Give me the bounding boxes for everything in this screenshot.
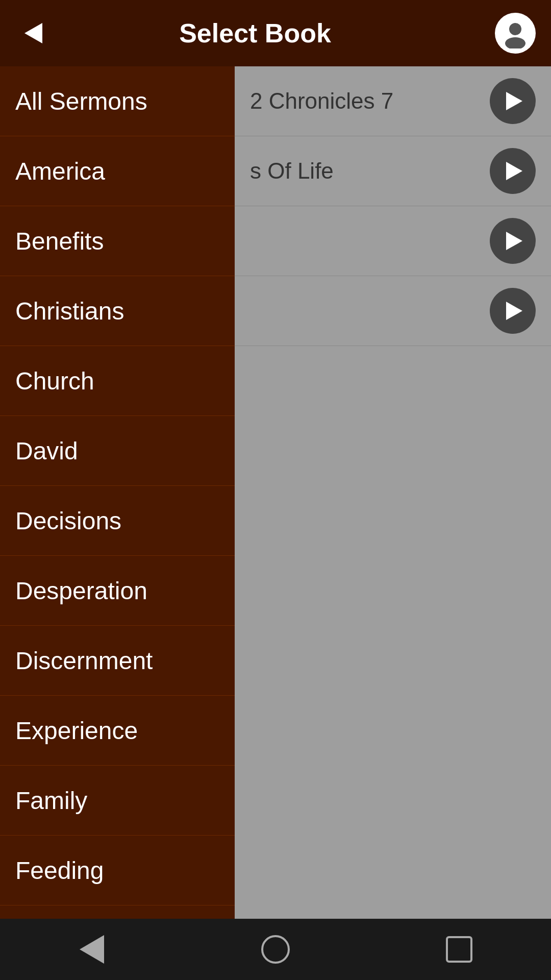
page-title: Select Book [15,18,495,48]
play-icon-2 [506,162,522,180]
menu-item-experience[interactable]: Experience [0,696,235,766]
right-panel: 2 Chronicles 7 s Of Life [235,66,551,919]
menu-item-christians[interactable]: Christians [0,276,235,346]
nav-home-button[interactable] [245,929,306,970]
bottom-nav-bar [0,919,551,980]
play-button-4[interactable] [490,288,536,334]
svg-point-1 [505,37,525,48]
menu-item-desperation[interactable]: Desperation [0,556,235,626]
right-item-2: s Of Life [235,136,551,206]
play-icon-4 [506,302,522,320]
right-item-3 [235,206,551,276]
right-item-4 [235,276,551,346]
nav-back-button[interactable] [61,929,122,970]
nav-recents-icon [446,936,472,963]
nav-back-icon [80,935,104,964]
play-icon-1 [506,92,522,110]
person-icon [500,18,531,48]
play-button-1[interactable] [490,78,536,124]
play-icon-3 [506,232,522,250]
profile-button[interactable] [495,13,536,54]
menu-item-family[interactable]: Family [0,766,235,836]
menu-item-church[interactable]: Church [0,346,235,416]
menu-item-all-sermons[interactable]: All Sermons [0,66,235,136]
menu-item-benefits[interactable]: Benefits [0,206,235,276]
play-button-2[interactable] [490,148,536,194]
header: Select Book [0,0,551,66]
menu-item-decisions[interactable]: Decisions [0,486,235,556]
nav-home-icon [261,935,290,964]
menu-item-discernment[interactable]: Discernment [0,626,235,696]
menu-item-david[interactable]: David [0,416,235,486]
svg-point-0 [509,23,521,35]
right-item-1: 2 Chronicles 7 [235,66,551,136]
play-button-3[interactable] [490,218,536,264]
main-content: All Sermons America Benefits Christians … [0,66,551,919]
menu-item-feeding[interactable]: Feeding [0,836,235,905]
left-menu: All Sermons America Benefits Christians … [0,66,235,919]
menu-item-america[interactable]: America [0,136,235,206]
nav-recents-button[interactable] [429,929,490,970]
